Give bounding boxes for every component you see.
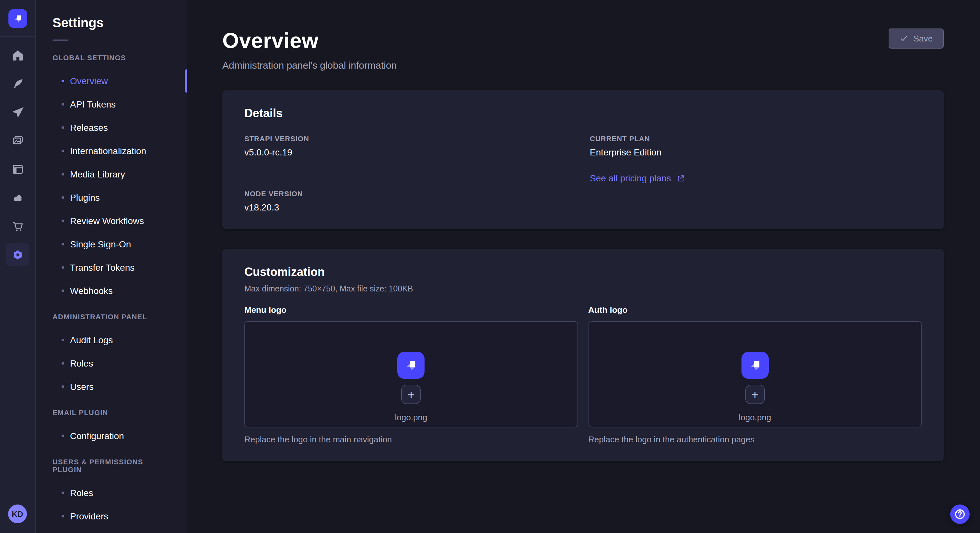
strapi-logo-preview [398, 352, 425, 379]
question-mark-icon [953, 507, 967, 521]
bullet-dot [62, 339, 64, 341]
subnav-title: Settings [52, 16, 187, 30]
subnav-item-up-providers[interactable]: Providers [36, 504, 187, 528]
menu-logo-uploader: Menu logo + logo.png Replace the logo [244, 305, 578, 444]
menu-logo-label: Menu logo [244, 305, 578, 315]
subnav-item-plugins[interactable]: Plugins [36, 186, 187, 209]
help-button[interactable] [950, 504, 970, 524]
email-plugin-items: Configuration [36, 424, 187, 447]
menu-logo-dropzone[interactable]: + logo.png [244, 321, 578, 427]
layout-icon[interactable] [6, 157, 29, 181]
details-card: Details STRAPI VERSION v5.0.0-rc.19 NODE… [222, 90, 944, 229]
images-icon[interactable] [6, 129, 29, 152]
details-heading: Details [244, 107, 922, 121]
subnav-title-divider [52, 40, 68, 41]
page-subtitle: Administration panel’s global informatio… [222, 60, 944, 71]
bullet-dot [62, 266, 64, 269]
external-link-icon [676, 173, 686, 183]
paper-plane-icon[interactable] [6, 100, 29, 124]
logo-area [0, 0, 35, 37]
bullet-dot [62, 515, 64, 517]
bullet-dot [62, 196, 64, 199]
subnav-item-transfer-tokens[interactable]: Transfer Tokens [36, 256, 187, 279]
section-label-administration-panel: ADMINISTRATION PANEL [52, 313, 170, 320]
global-settings-items: Overview API Tokens Releases Internation… [36, 69, 187, 303]
strapi-logo-preview [741, 352, 769, 379]
bullet-dot [62, 362, 64, 365]
node-version-field: NODE VERSION v18.20.3 [244, 190, 590, 213]
auth-logo-uploader: Auth logo + logo.png Replace the logo [588, 305, 922, 444]
section-label-email-plugin: EMAIL PLUGIN [52, 409, 170, 416]
nav-icon-list [6, 43, 29, 266]
strapi-glyph [403, 357, 420, 374]
section-label-users-permissions-plugin: USERS & PERMISSIONS PLUGIN [52, 458, 170, 473]
gear-icon[interactable] [6, 243, 29, 266]
strapi-admin-app: KD Settings GLOBAL SETTINGS Overview API… [0, 0, 980, 533]
subnav-item-internationalization[interactable]: Internationalization [36, 139, 187, 163]
users-permissions-items: Roles Providers [36, 481, 187, 528]
subnav-item-webhooks[interactable]: Webhooks [36, 279, 187, 303]
bullet-dot [62, 435, 64, 437]
main-content: Overview Administration panel’s global i… [187, 0, 980, 533]
pricing-plans-link[interactable]: See all pricing plans [590, 173, 686, 183]
auth-logo-caption: Replace the logo in the authentication p… [588, 435, 922, 444]
auth-logo-dropzone[interactable]: + logo.png [588, 321, 922, 427]
customization-constraints: Max dimension: 750×750, Max file size: 1… [244, 284, 922, 293]
customization-card: Customization Max dimension: 750×750, Ma… [222, 249, 944, 461]
strapi-version-field: STRAPI VERSION v5.0.0-rc.19 [244, 135, 590, 157]
bullet-dot [62, 150, 64, 152]
logo-upload-grid: Menu logo + logo.png Replace the logo [244, 305, 922, 444]
cart-icon[interactable] [6, 214, 29, 238]
cloud-icon[interactable] [6, 186, 29, 209]
details-left-column: STRAPI VERSION v5.0.0-rc.19 NODE VERSION… [244, 135, 590, 213]
details-right-column: CURRENT PLAN Enterprise Edition See all … [590, 135, 922, 213]
check-icon [900, 34, 908, 43]
bullet-dot [62, 289, 64, 292]
bullet-dot [62, 385, 64, 388]
subnav-item-audit-logs[interactable]: Audit Logs [36, 328, 187, 352]
active-indicator [185, 69, 187, 93]
subnav-item-overview[interactable]: Overview [36, 69, 187, 93]
subnav-item-up-roles[interactable]: Roles [36, 481, 187, 504]
settings-subnav: Settings GLOBAL SETTINGS Overview API To… [36, 0, 187, 533]
save-button[interactable]: Save [889, 29, 944, 49]
section-label-global-settings: GLOBAL SETTINGS [52, 54, 170, 62]
bullet-dot [62, 80, 64, 82]
bullet-dot [62, 243, 64, 246]
plus-icon[interactable]: + [745, 385, 765, 404]
bullet-dot [62, 126, 64, 129]
customization-heading: Customization [244, 265, 922, 279]
subnav-item-admin-roles[interactable]: Roles [36, 352, 187, 375]
feather-icon[interactable] [6, 72, 29, 95]
subnav-item-releases[interactable]: Releases [36, 116, 187, 139]
strapi-glyph [747, 357, 764, 374]
subnav-item-email-configuration[interactable]: Configuration [36, 424, 187, 447]
auth-logo-label: Auth logo [588, 305, 922, 315]
administration-panel-items: Audit Logs Roles Users [36, 328, 187, 398]
strapi-glyph [11, 12, 24, 24]
bullet-dot [62, 219, 64, 222]
current-plan-field: CURRENT PLAN Enterprise Edition [590, 135, 922, 157]
subnav-item-review-workflows[interactable]: Review Workflows [36, 209, 187, 233]
user-avatar[interactable]: KD [8, 504, 27, 523]
plus-icon[interactable]: + [401, 385, 421, 404]
bullet-dot [62, 173, 64, 176]
page-title: Overview [222, 29, 944, 53]
menu-logo-caption: Replace the logo in the main navigation [244, 435, 578, 444]
main-icon-nav: KD [0, 0, 36, 533]
subnav-item-api-tokens[interactable]: API Tokens [36, 93, 187, 116]
home-icon[interactable] [6, 43, 29, 67]
strapi-logo-icon[interactable] [8, 9, 27, 27]
subnav-item-admin-users[interactable]: Users [36, 375, 187, 398]
auth-logo-filename: logo.png [739, 412, 771, 422]
subnav-item-single-sign-on[interactable]: Single Sign-On [36, 233, 187, 256]
menu-logo-filename: logo.png [395, 412, 428, 422]
bullet-dot [62, 103, 64, 106]
details-grid: STRAPI VERSION v5.0.0-rc.19 NODE VERSION… [244, 135, 922, 213]
subnav-item-media-library[interactable]: Media Library [36, 163, 187, 186]
bullet-dot [62, 492, 64, 494]
